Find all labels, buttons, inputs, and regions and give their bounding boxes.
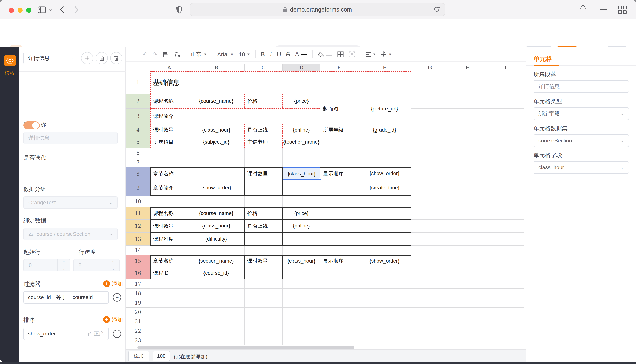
font-size-select[interactable]: 10▼ bbox=[239, 51, 250, 58]
sheet-cell-G18[interactable] bbox=[411, 289, 449, 298]
sheet-cell-H4[interactable] bbox=[449, 124, 487, 136]
sheet-cell-I1[interactable] bbox=[487, 71, 524, 94]
sheet-cell-E21[interactable] bbox=[320, 317, 358, 326]
sheet-cell-G1[interactable] bbox=[411, 71, 449, 94]
sheet-cell-C22[interactable] bbox=[245, 326, 283, 336]
sheet-cell-H1[interactable] bbox=[449, 71, 487, 94]
sheet-cell-A3[interactable]: 课程简介 bbox=[150, 108, 188, 124]
sheet-cell-B20[interactable] bbox=[188, 308, 245, 317]
address-bar[interactable]: demo.orangeforms.com bbox=[190, 3, 445, 16]
add-section-button[interactable] bbox=[81, 52, 93, 64]
sheet-cell-H10[interactable] bbox=[449, 196, 487, 208]
fill-handle[interactable] bbox=[319, 178, 321, 181]
sheet-cell-G15[interactable] bbox=[411, 255, 449, 267]
sheet-cell-F22[interactable] bbox=[358, 326, 411, 336]
shield-icon[interactable] bbox=[176, 6, 183, 14]
sheet-cell-A15[interactable]: 章节名称 bbox=[150, 255, 188, 267]
sheet-cell-A6[interactable] bbox=[150, 148, 188, 158]
remove-filter-button[interactable]: − bbox=[113, 293, 121, 302]
sheet-cell-D21[interactable] bbox=[283, 317, 320, 326]
sheet-cell-I18[interactable] bbox=[487, 289, 524, 298]
sheet-cell-I21[interactable] bbox=[487, 317, 524, 326]
sheet-cell-C16[interactable] bbox=[245, 267, 283, 279]
column-header-H[interactable]: H bbox=[449, 64, 487, 71]
sort-item-row[interactable]: show_order ↱ 正序 bbox=[24, 328, 109, 340]
vertical-align-button[interactable]: ▼ bbox=[381, 51, 392, 58]
sheet-cell-E19[interactable] bbox=[320, 298, 358, 308]
sheet-cell-C14[interactable] bbox=[245, 246, 283, 255]
column-header-C[interactable]: C bbox=[245, 64, 283, 71]
sheet-cell-B2[interactable]: {course_name} bbox=[188, 94, 245, 108]
row-header-23[interactable]: 23 bbox=[126, 336, 150, 345]
sheet-cell-C6[interactable] bbox=[245, 148, 283, 158]
row-header-11[interactable]: 11 bbox=[126, 208, 150, 220]
row-header-18[interactable]: 18 bbox=[126, 289, 150, 298]
sheet-cell-G10[interactable] bbox=[411, 196, 449, 208]
sheet-cell-C21[interactable] bbox=[245, 317, 283, 326]
sheet-cell-I5[interactable] bbox=[487, 136, 524, 148]
sheet-cell-A16[interactable]: 课程ID bbox=[150, 267, 188, 279]
sheet-cell-H16[interactable] bbox=[449, 267, 487, 279]
row-header-17[interactable]: 17 bbox=[126, 279, 150, 289]
sheet-cell-A13[interactable]: 课程难度 bbox=[150, 232, 188, 246]
sheet-cell-G4[interactable] bbox=[411, 124, 449, 136]
sheet-cell-H7[interactable] bbox=[449, 158, 487, 168]
sheet-cell-E17[interactable] bbox=[320, 279, 358, 289]
sheet-cell-D10[interactable] bbox=[283, 196, 320, 208]
sheet-cell-H15[interactable] bbox=[449, 255, 487, 267]
sheet-cell-I11[interactable] bbox=[487, 208, 524, 220]
row-header-13[interactable]: 13 bbox=[126, 232, 150, 246]
row-header-14[interactable]: 14 bbox=[126, 246, 150, 255]
sheet-cell-B5[interactable]: {subject_id} bbox=[188, 136, 245, 148]
sheet-cell-F19[interactable] bbox=[358, 298, 411, 308]
sheet-cell-A14[interactable] bbox=[150, 246, 188, 255]
column-header-I[interactable]: I bbox=[487, 64, 524, 71]
sheet-cell-B8[interactable] bbox=[188, 168, 245, 180]
add-filter-link[interactable]: + 添加 bbox=[103, 280, 123, 288]
sheet-cell-F23[interactable] bbox=[358, 336, 411, 345]
sheet-cell-B11[interactable]: {course_name} bbox=[188, 208, 245, 220]
sheet-cell-F10[interactable] bbox=[358, 196, 411, 208]
sheet-cell-F20[interactable] bbox=[358, 308, 411, 317]
sheet-cell-I8[interactable] bbox=[487, 168, 524, 180]
sheet-cell-C20[interactable] bbox=[245, 308, 283, 317]
sheet-cell-D15[interactable]: {class_hour} bbox=[283, 255, 320, 267]
sheet-cell-H22[interactable] bbox=[449, 326, 487, 336]
sheet-cell-E14[interactable] bbox=[320, 246, 358, 255]
back-icon[interactable] bbox=[60, 6, 64, 14]
sheet-cell-B16[interactable]: {course_id} bbox=[188, 267, 245, 279]
sheet-cell-D2[interactable]: {price} bbox=[283, 94, 320, 108]
italic-button[interactable]: I bbox=[270, 51, 272, 58]
sheet-cell-C10[interactable] bbox=[245, 196, 283, 208]
sheet-cell-C4[interactable]: 是否上线 bbox=[245, 124, 283, 136]
sheet-cell-E11[interactable] bbox=[320, 208, 358, 220]
borders-button[interactable] bbox=[337, 51, 344, 58]
sheet-cell-E15[interactable]: 显示顺序 bbox=[320, 255, 358, 267]
sheet-cell-C13[interactable] bbox=[245, 232, 283, 246]
sheet-corner[interactable] bbox=[126, 64, 150, 71]
sheet-cell-C2[interactable]: 价格 bbox=[245, 94, 283, 108]
clear-format-button[interactable] bbox=[173, 51, 180, 58]
sheet-cell-H8[interactable] bbox=[449, 168, 487, 180]
sheet-cell-B7[interactable] bbox=[188, 158, 245, 168]
sheet-cell-A11[interactable]: 课程名称 bbox=[150, 208, 188, 220]
zoom-window-button[interactable] bbox=[26, 8, 31, 13]
sheet-cell-I15[interactable] bbox=[487, 255, 524, 267]
row-header-2[interactable]: 2 bbox=[126, 94, 150, 108]
sheet-cell-H19[interactable] bbox=[449, 298, 487, 308]
sheet-cell-C9[interactable] bbox=[245, 180, 283, 196]
sheet-cell-E18[interactable] bbox=[320, 289, 358, 298]
sheet-cell-A18[interactable] bbox=[150, 289, 188, 298]
sheet-cell-H21[interactable] bbox=[449, 317, 487, 326]
sheet-cell-F4[interactable]: {grade_id} bbox=[358, 124, 411, 136]
tab-overview-icon[interactable] bbox=[618, 5, 627, 14]
sheet-cell-H9[interactable] bbox=[449, 180, 487, 196]
sheet-cell-A12[interactable]: 课时数量 bbox=[150, 220, 188, 232]
sheet-cell-E23[interactable] bbox=[320, 336, 358, 345]
sheet-cell-B23[interactable] bbox=[188, 336, 245, 345]
sheet-cell-G22[interactable] bbox=[411, 326, 449, 336]
column-header-F[interactable]: F bbox=[358, 64, 411, 71]
sheet-cell-C11[interactable]: 价格 bbox=[245, 208, 283, 220]
sheet-cell-F18[interactable] bbox=[358, 289, 411, 298]
sheet-cell-C23[interactable] bbox=[245, 336, 283, 345]
